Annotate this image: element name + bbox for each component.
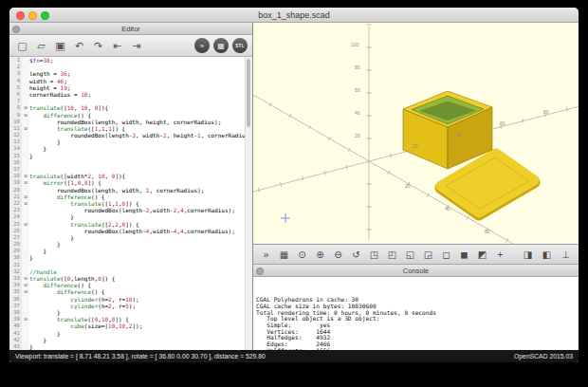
code-line[interactable]: 22 ⊟ translate([1,1,0]) { xyxy=(9,200,252,207)
fold-marker-icon[interactable] xyxy=(22,234,29,241)
view-left-icon[interactable]: ◲ xyxy=(420,247,436,262)
code-line[interactable]: 28 } xyxy=(9,241,252,248)
code-line[interactable]: 26 roundedBox(length-4,width-4,4,cornerR… xyxy=(9,228,252,234)
fold-marker-icon[interactable] xyxy=(22,207,29,213)
fold-marker-icon[interactable]: ⊟ xyxy=(22,104,29,111)
fold-marker-icon[interactable] xyxy=(22,145,29,152)
fold-marker-icon[interactable]: ⊟ xyxy=(22,275,29,282)
fold-marker-icon[interactable] xyxy=(22,228,29,234)
code-line[interactable]: 9 ⊟ difference() { xyxy=(9,112,252,119)
open-file-icon[interactable]: ▱ xyxy=(33,38,49,53)
code-line[interactable]: 39 ⊟ translate([0,10,0]) { xyxy=(9,316,252,322)
view-diagonal-icon[interactable]: ◩ xyxy=(474,247,490,262)
code-line[interactable]: 35 ⊟ difference() { xyxy=(9,288,252,295)
code-line[interactable]: 38 } xyxy=(9,309,252,316)
new-file-icon[interactable]: ▢ xyxy=(14,38,30,53)
3d-viewport[interactable]: 1008060402020406080204060 xyxy=(253,23,579,245)
code-line[interactable]: 14 } xyxy=(9,145,252,152)
render-button[interactable]: ▦ xyxy=(213,38,229,53)
fold-marker-icon[interactable] xyxy=(22,78,29,84)
zoom-out-icon[interactable]: ⊖ xyxy=(330,247,346,262)
code-line[interactable]: 33 ⊟ translate([0,length,0]) { xyxy=(9,275,252,282)
view-all-icon[interactable]: ⊙ xyxy=(294,247,310,262)
fold-marker-icon[interactable] xyxy=(22,248,29,254)
code-line[interactable]: 19 ⊟ mirror([1,0,0]) { xyxy=(9,179,252,186)
fold-marker-icon[interactable] xyxy=(22,309,29,316)
editor-scrollbar[interactable] xyxy=(245,57,252,350)
fold-marker-icon[interactable] xyxy=(22,187,29,194)
render-icon[interactable]: ▦ xyxy=(276,247,292,262)
fold-marker-icon[interactable] xyxy=(22,119,29,125)
code-line[interactable]: 43 } xyxy=(9,343,252,350)
code-line[interactable]: 1 $fn=30; xyxy=(9,57,252,64)
fold-marker-icon[interactable] xyxy=(22,322,29,329)
code-line[interactable]: 23 roundedBox(length-2,width-2,4,cornerR… xyxy=(9,207,252,213)
code-line[interactable]: 27 } xyxy=(9,234,252,241)
code-line[interactable]: 36 cylinder(h=2, r=10); xyxy=(9,296,252,303)
fold-marker-icon[interactable] xyxy=(22,330,29,337)
zoom-window-button[interactable] xyxy=(41,11,49,20)
fold-marker-icon[interactable]: ⊟ xyxy=(22,221,29,228)
code-line[interactable]: 2 xyxy=(9,64,252,70)
fold-marker-icon[interactable]: ⊟ xyxy=(22,125,29,132)
view-top-icon[interactable]: ◰ xyxy=(384,247,400,262)
fold-marker-icon[interactable] xyxy=(22,159,29,166)
code-line[interactable]: 18 ⊟ translate([width*2, 10, 0]){ xyxy=(9,173,252,179)
code-line[interactable]: 41 } xyxy=(9,330,252,337)
fold-marker-icon[interactable] xyxy=(22,254,29,261)
unindent-icon[interactable]: ⇤ xyxy=(109,38,125,53)
code-line[interactable]: 24 } xyxy=(9,213,252,220)
reset-view-icon[interactable]: ↺ xyxy=(348,247,364,262)
code-line[interactable]: 30 } xyxy=(9,254,252,261)
fold-marker-icon[interactable] xyxy=(22,132,29,138)
preview-icon[interactable]: » xyxy=(258,247,274,262)
fold-marker-icon[interactable] xyxy=(22,98,29,104)
view-back-icon[interactable]: ◼ xyxy=(456,247,472,262)
fold-marker-icon[interactable]: ⊟ xyxy=(22,194,29,200)
save-file-icon[interactable]: ▣ xyxy=(52,38,68,53)
code-line[interactable]: 5 height = 19; xyxy=(9,84,252,91)
code-line[interactable]: 37 cylinder(h=2, r=5); xyxy=(9,303,252,309)
fold-marker-icon[interactable] xyxy=(22,262,29,268)
code-line[interactable]: 13 } xyxy=(9,138,252,145)
code-line[interactable]: 3 length = 36; xyxy=(9,70,252,77)
fold-marker-icon[interactable]: ⊟ xyxy=(22,179,29,186)
code-line[interactable]: 11 ⊟ translate([1,1,1]) { xyxy=(9,125,252,132)
fold-marker-icon[interactable] xyxy=(22,337,29,343)
code-line[interactable]: 6 cornerRadius = 10; xyxy=(9,91,252,98)
orthographic-icon[interactable]: ◧ xyxy=(539,247,555,262)
code-line[interactable]: 40 cube(size=[10,10,2]); xyxy=(9,322,252,329)
code-line[interactable]: 21 ⊟ difference() { xyxy=(9,194,252,200)
code-line[interactable]: 16 xyxy=(9,159,252,166)
fold-marker-icon[interactable] xyxy=(22,64,29,70)
code-editor[interactable]: 1 $fn=30; 2 3 length = 36; xyxy=(9,57,252,350)
console-close-icon[interactable] xyxy=(256,267,264,275)
minimize-window-button[interactable] xyxy=(28,11,37,20)
fold-marker-icon[interactable] xyxy=(22,166,29,173)
view-center-icon[interactable]: + xyxy=(492,247,508,262)
code-line[interactable]: 25 ⊟ translate([2,2,0]) { xyxy=(9,221,252,228)
code-line[interactable]: 29 } xyxy=(9,248,252,254)
code-line[interactable]: 7 xyxy=(9,98,252,104)
fold-marker-icon[interactable]: ⊟ xyxy=(22,282,29,288)
fold-marker-icon[interactable] xyxy=(22,296,29,303)
fold-marker-icon[interactable]: ⊟ xyxy=(22,112,29,119)
indent-icon[interactable]: ⇥ xyxy=(128,38,144,53)
code-line[interactable]: 12 roundedBox(length-2, width-2, height-… xyxy=(9,132,252,138)
editor-close-icon[interactable] xyxy=(12,26,20,33)
fold-marker-icon[interactable] xyxy=(22,91,29,98)
code-line[interactable]: 31 xyxy=(9,262,252,268)
fold-marker-icon[interactable] xyxy=(22,268,29,275)
fold-marker-icon[interactable]: ⊟ xyxy=(22,200,29,207)
export-stl-button[interactable]: STL xyxy=(232,38,248,53)
fold-marker-icon[interactable] xyxy=(22,84,29,91)
fold-marker-icon[interactable] xyxy=(22,213,29,220)
code-line[interactable]: 8 ⊟ translate([10, 10, 0]){ xyxy=(9,104,252,111)
code-line[interactable]: 20 roundedBox(length, width, 1, cornerRa… xyxy=(9,187,252,194)
view-bottom-icon[interactable]: ◱ xyxy=(402,247,418,262)
zoom-in-icon[interactable]: ⊕ xyxy=(312,247,328,262)
redo-icon[interactable]: ↷ xyxy=(90,38,106,53)
show-axes-icon[interactable]: ⊥ xyxy=(558,247,574,262)
fold-marker-icon[interactable]: ⊟ xyxy=(22,316,29,322)
fold-marker-icon[interactable] xyxy=(22,57,29,64)
